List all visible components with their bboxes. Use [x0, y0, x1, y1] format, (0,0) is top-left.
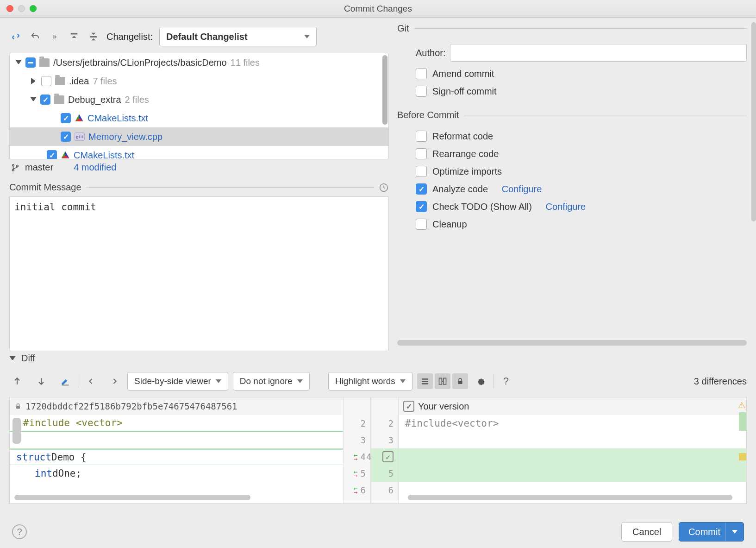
tree-debug-row[interactable]: Debug_extra 2 files — [10, 90, 388, 109]
diff-line[interactable] — [10, 432, 343, 448]
tree-label: Debug_extra — [68, 94, 121, 105]
tree-root-row[interactable]: /Users/jetbrains/CLionProjects/basicDemo… — [10, 53, 388, 72]
diff-line[interactable] — [399, 465, 746, 482]
expand-icon[interactable] — [30, 97, 37, 103]
checkbox[interactable] — [416, 219, 427, 230]
cleanup-label: Cleanup — [432, 219, 467, 230]
diff-line[interactable]: struct Demo { — [10, 448, 343, 465]
checkbox[interactable] — [41, 76, 51, 86]
expand-all-icon[interactable] — [68, 30, 81, 43]
diff-left-gutter: 2 3 ←→4 ←→5 ←→6 — [343, 397, 371, 503]
file-count: 11 files — [231, 57, 260, 68]
zoom-window-icon[interactable] — [30, 5, 37, 12]
help-icon[interactable]: ? — [498, 373, 514, 389]
dialog-footer: ? Cancel Commit — [0, 516, 756, 548]
diff-line[interactable]: ✔#include <vector> — [10, 415, 343, 432]
checkbox[interactable] — [61, 113, 71, 123]
collapse-icon[interactable] — [9, 356, 16, 362]
swap-icon[interactable] — [9, 30, 22, 43]
checkbox[interactable] — [47, 150, 57, 159]
rearrange-row[interactable]: Rearrange code — [397, 148, 747, 159]
diff-line[interactable]: #include <vector> — [399, 415, 746, 432]
include-checkbox[interactable] — [403, 401, 414, 412]
chevron-down-icon — [297, 379, 303, 383]
checkbox[interactable] — [416, 166, 427, 177]
commit-split-icon[interactable] — [725, 523, 744, 541]
branch-row: master 4 modified — [9, 159, 389, 176]
scrollbar-vertical[interactable] — [751, 22, 756, 221]
view-mode-select[interactable]: Side-by-side viewer — [127, 372, 228, 391]
diff-line[interactable] — [399, 448, 746, 465]
tree-idea-row[interactable]: .idea 7 files — [10, 72, 388, 90]
scrollbar-vertical-left[interactable] — [12, 418, 21, 444]
scrollbar-horizontal[interactable] — [397, 340, 747, 346]
expand-icon[interactable] — [31, 78, 37, 84]
marker-strip[interactable]: ⚠ — [737, 397, 746, 503]
diff-left-header: 1720dbddcf22f5186b792bfb5e74675476487561 — [10, 397, 343, 415]
todo-row[interactable]: Check TODO (Show All) Configure — [397, 201, 747, 212]
highlight-select[interactable]: Highlight words — [328, 372, 412, 391]
tree-file-row[interactable]: CMakeLists.txt — [10, 146, 388, 159]
checkbox[interactable] — [61, 132, 71, 142]
scrollbar-horizontal[interactable] — [408, 495, 732, 500]
sync-scroll-icon[interactable] — [435, 373, 450, 389]
edit-icon[interactable] — [57, 373, 73, 389]
expand-icon[interactable] — [15, 60, 22, 66]
diff-toolbar: Side-by-side viewer Do not ignore Highli… — [9, 370, 747, 392]
file-count: 7 files — [93, 76, 117, 87]
author-input[interactable] — [450, 44, 747, 62]
checkbox[interactable] — [416, 86, 427, 97]
cleanup-row[interactable]: Cleanup — [397, 219, 747, 230]
svg-rect-13 — [16, 406, 20, 409]
diff-header[interactable]: Diff — [9, 353, 747, 364]
checkbox[interactable] — [25, 57, 36, 68]
more-icon[interactable]: » — [48, 30, 61, 43]
reformat-row[interactable]: Reformat code — [397, 131, 747, 142]
checkbox[interactable] — [416, 201, 427, 212]
checkbox[interactable] — [416, 68, 427, 79]
gear-icon[interactable] — [473, 373, 488, 389]
optimize-row[interactable]: Optimize imports — [397, 166, 747, 177]
checkbox[interactable] — [416, 148, 427, 159]
accept-checkbox[interactable] — [382, 451, 394, 462]
checkbox[interactable] — [416, 131, 427, 142]
modified-link[interactable]: 4 modified — [74, 162, 116, 173]
divider — [414, 28, 747, 29]
git-section-head: Git — [397, 23, 747, 34]
collapse-all-icon[interactable] — [87, 30, 100, 43]
scrollbar-horizontal[interactable] — [14, 495, 250, 500]
tree-file-row[interactable]: CMakeLists.txt — [10, 109, 388, 127]
collapse-unchanged-icon[interactable] — [417, 373, 433, 389]
undo-icon[interactable] — [29, 30, 42, 43]
diff-line[interactable] — [399, 432, 746, 448]
prev-diff-icon[interactable] — [9, 373, 25, 389]
file-count: 2 files — [125, 94, 149, 105]
checkbox[interactable] — [416, 183, 427, 195]
next-diff-icon[interactable] — [33, 373, 49, 389]
right-pane: Git Author: Amend commit Sign-off commit… — [389, 18, 756, 351]
tree-file-row-selected[interactable]: c++ Memory_view.cpp — [10, 127, 388, 146]
history-icon[interactable] — [379, 183, 389, 193]
amend-row[interactable]: Amend commit — [397, 68, 747, 79]
signoff-row[interactable]: Sign-off commit — [397, 86, 747, 97]
changelist-select[interactable]: Default Changelist — [159, 27, 317, 46]
forward-icon[interactable] — [107, 373, 123, 389]
configure-link[interactable]: Configure — [502, 184, 542, 195]
commit-button[interactable]: Commit — [679, 522, 744, 542]
analyze-row[interactable]: Analyze code Configure — [397, 183, 747, 195]
checkbox[interactable] — [40, 94, 50, 105]
ignore-select[interactable]: Do not ignore — [233, 372, 310, 391]
help-button[interactable]: ? — [12, 524, 27, 539]
close-window-icon[interactable] — [6, 5, 13, 12]
tree-label: .idea — [69, 76, 89, 87]
cancel-button[interactable]: Cancel — [621, 522, 672, 542]
lock-icon[interactable] — [452, 373, 468, 389]
amend-label: Amend commit — [432, 69, 494, 79]
minimize-window-icon[interactable] — [18, 5, 25, 12]
commit-message-input[interactable] — [9, 196, 389, 351]
changelist-label: Changelist: — [106, 31, 153, 42]
scrollbar-vertical[interactable] — [382, 55, 387, 125]
configure-link[interactable]: Configure — [545, 202, 586, 212]
back-icon[interactable] — [83, 373, 99, 389]
diff-line[interactable]: int dOne; — [10, 465, 343, 482]
